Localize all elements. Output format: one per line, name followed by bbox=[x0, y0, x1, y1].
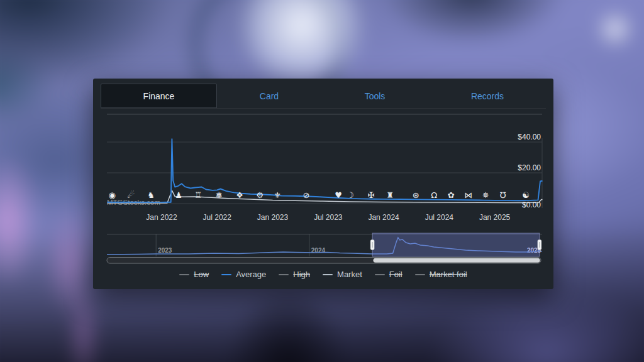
brush-selection[interactable] bbox=[372, 233, 540, 256]
set-icon-1: ☄ bbox=[127, 190, 135, 200]
legend-dash-icon bbox=[279, 274, 289, 275]
legend-dash-icon bbox=[375, 274, 385, 275]
legend-dash-icon bbox=[323, 274, 333, 275]
legend-item-average[interactable]: Average bbox=[221, 270, 266, 279]
y-tick-label: $40.00 bbox=[491, 133, 541, 141]
legend-item-high[interactable]: High bbox=[279, 270, 310, 279]
legend-dash-icon bbox=[221, 274, 231, 275]
mtgstocks-panel: Finance Card Tools Records MTGStocks.com… bbox=[93, 79, 553, 289]
set-icon-19: ℧ bbox=[500, 190, 506, 200]
legend-label: Foil bbox=[389, 270, 402, 279]
set-icon-3: ♟ bbox=[175, 190, 182, 200]
legend-label: Market bbox=[337, 270, 362, 279]
x-tick-label: Jan 2022 bbox=[135, 213, 188, 222]
x-tick-label: Jan 2023 bbox=[247, 213, 299, 222]
chart-svg: MTGStocks.com◉☄♞♟♖❅❖⚙⚜⊘♥☽✠♜⊛Ω✿⋈✵℧☯202320… bbox=[93, 79, 553, 289]
brush-year-label-2023: 2023 bbox=[158, 247, 172, 254]
desktop: Finance Card Tools Records MTGStocks.com… bbox=[0, 0, 644, 362]
set-icon-13: ♜ bbox=[386, 190, 394, 200]
set-icon-16: ✿ bbox=[448, 190, 455, 200]
chart-legend: LowAverageHighMarketFoilMarket foil bbox=[93, 270, 553, 279]
scrollbar-thumb[interactable] bbox=[374, 258, 540, 263]
legend-label: Market foil bbox=[430, 270, 467, 279]
legend-label: Average bbox=[236, 270, 266, 279]
x-tick-label: Jan 2024 bbox=[357, 213, 410, 222]
set-icon-17: ⋈ bbox=[465, 190, 473, 200]
set-icon-5: ❅ bbox=[216, 190, 223, 200]
set-icon-8: ⚜ bbox=[274, 190, 281, 200]
set-icon-15: Ω bbox=[431, 190, 437, 200]
x-tick-label: Jan 2025 bbox=[469, 213, 521, 222]
set-icon-6: ❖ bbox=[236, 190, 243, 200]
legend-item-foil[interactable]: Foil bbox=[375, 270, 402, 279]
legend-label: High bbox=[293, 270, 310, 279]
x-tick-label: Jul 2023 bbox=[302, 213, 355, 222]
legend-dash-icon bbox=[179, 274, 189, 275]
x-tick-label: Jul 2022 bbox=[191, 213, 243, 222]
set-icon-14: ⊛ bbox=[413, 190, 419, 200]
set-icon-20: ☯ bbox=[522, 190, 530, 200]
legend-dash-icon bbox=[415, 274, 425, 275]
x-tick-label: Jul 2024 bbox=[413, 213, 465, 222]
legend-item-market[interactable]: Market bbox=[323, 270, 362, 279]
series-line-average bbox=[108, 139, 543, 202]
set-icon-9: ⊘ bbox=[303, 190, 310, 200]
y-tick-label: $0.00 bbox=[491, 200, 541, 209]
set-icon-0: ◉ bbox=[108, 190, 115, 200]
set-icon-10: ♥ bbox=[335, 190, 342, 200]
set-icon-2: ♞ bbox=[147, 190, 155, 200]
legend-label: Low bbox=[194, 270, 209, 279]
set-icon-4: ♖ bbox=[194, 190, 202, 200]
y-tick-label: $20.00 bbox=[491, 163, 541, 172]
legend-item-low[interactable]: Low bbox=[179, 270, 209, 279]
legend-item-market-foil[interactable]: Market foil bbox=[415, 270, 467, 279]
set-icon-7: ⚙ bbox=[256, 190, 264, 200]
set-icon-11: ☽ bbox=[347, 190, 354, 200]
set-icon-12: ✠ bbox=[368, 190, 375, 200]
set-icon-18: ✵ bbox=[482, 190, 489, 200]
